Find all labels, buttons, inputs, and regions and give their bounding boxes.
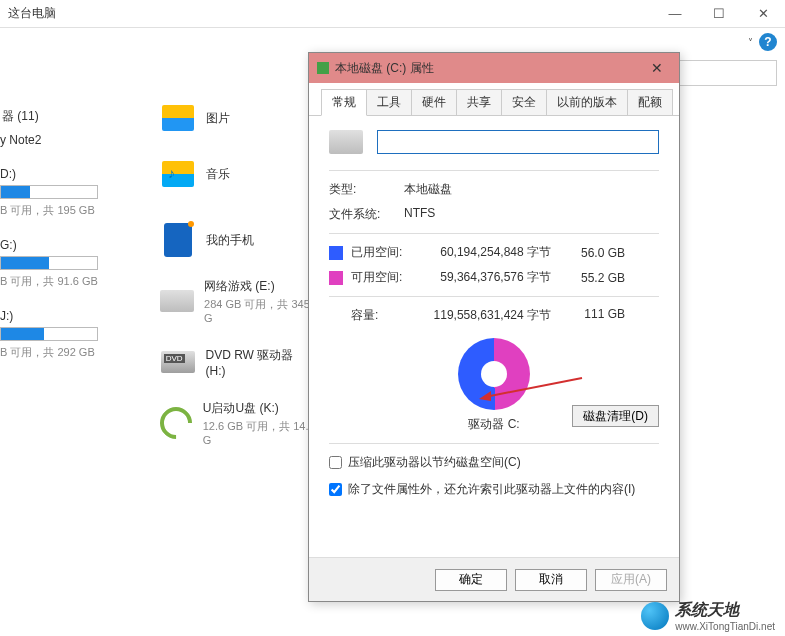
tab-general[interactable]: 常规	[321, 89, 367, 116]
watermark: 系统天地 www.XiTongTianDi.net	[641, 600, 775, 632]
tab-previous[interactable]: 以前的版本	[546, 89, 628, 115]
chevron-down-icon[interactable]: ˅	[748, 37, 753, 48]
tab-security[interactable]: 安全	[501, 89, 547, 115]
close-button[interactable]: ✕	[741, 0, 785, 28]
section-header: 器 (11)	[2, 108, 140, 125]
fs-label: 文件系统:	[329, 206, 404, 223]
watermark-icon	[641, 602, 669, 630]
music-icon	[162, 161, 194, 187]
free-swatch	[329, 271, 343, 285]
watermark-url: www.XiTongTianDi.net	[675, 621, 775, 632]
folder-music[interactable]: 音乐	[160, 156, 315, 192]
device-drive[interactable]: 网络游戏 (E:) 284 GB 可用，共 345 G	[160, 278, 315, 324]
dialog-footer: 确定 取消 应用(A)	[309, 557, 679, 601]
free-label: 可用空间:	[351, 269, 411, 286]
index-checkbox[interactable]	[329, 483, 342, 496]
folder-pictures[interactable]: 图片	[160, 100, 315, 136]
dvd-icon	[161, 351, 195, 373]
pictures-icon	[162, 105, 194, 131]
compress-checkbox-row[interactable]: 压缩此驱动器以节约磁盘空间(C)	[329, 454, 659, 471]
tab-strip: 常规 工具 硬件 共享 安全 以前的版本 配额	[309, 83, 679, 116]
cap-label: 容量:	[351, 307, 411, 324]
usage-bar	[0, 327, 98, 341]
maximize-button[interactable]: ☐	[697, 0, 741, 28]
drive-small-icon	[317, 62, 329, 74]
usage-bar	[0, 256, 98, 270]
drive-name-input[interactable]	[377, 130, 659, 154]
fs-value: NTFS	[404, 206, 435, 223]
tab-quota[interactable]: 配额	[627, 89, 673, 115]
free-gb: 55.2 GB	[565, 271, 625, 285]
dialog-close-button[interactable]: ✕	[635, 53, 679, 83]
tab-hardware[interactable]: 硬件	[411, 89, 457, 115]
type-value: 本地磁盘	[404, 181, 452, 198]
help-icon[interactable]: ?	[759, 33, 777, 51]
properties-dialog: 本地磁盘 (C:) 属性 ✕ 常规 工具 硬件 共享 安全 以前的版本 配额 类…	[308, 52, 680, 602]
tab-sharing[interactable]: 共享	[456, 89, 502, 115]
annotation-arrow	[477, 373, 587, 403]
drive-icon	[160, 290, 194, 312]
window-title: 这台电脑	[8, 5, 56, 22]
list-item[interactable]: y Note2	[0, 133, 140, 147]
type-label: 类型:	[329, 181, 404, 198]
svg-marker-1	[479, 391, 491, 401]
ok-button[interactable]: 确定	[435, 569, 507, 591]
list-item[interactable]: G:) B 可用，共 91.6 GB	[0, 238, 140, 289]
phone-icon	[164, 223, 192, 257]
used-gb: 56.0 GB	[565, 246, 625, 260]
minimize-button[interactable]: —	[653, 0, 697, 28]
apply-button[interactable]: 应用(A)	[595, 569, 667, 591]
used-swatch	[329, 246, 343, 260]
device-usb[interactable]: U启动U盘 (K:) 12.6 GB 可用，共 14.4 G	[160, 400, 315, 446]
used-bytes: 60,194,254,848 字节	[411, 244, 551, 261]
dialog-title: 本地磁盘 (C:) 属性	[335, 60, 434, 77]
device-phone[interactable]: 我的手机	[160, 222, 315, 258]
used-label: 已用空间:	[351, 244, 411, 261]
cap-bytes: 119,558,631,424 字节	[411, 307, 551, 324]
device-dvd[interactable]: DVD RW 驱动器 (H:)	[160, 344, 315, 380]
svg-line-0	[485, 378, 582, 397]
drive-caption: 驱动器 C:	[458, 416, 530, 433]
list-item[interactable]: D:) B 可用，共 195 GB	[0, 167, 140, 218]
tab-tools[interactable]: 工具	[366, 89, 412, 115]
list-item[interactable]: J:) B 可用，共 292 GB	[0, 309, 140, 360]
cap-gb: 111 GB	[565, 307, 625, 324]
usage-bar	[0, 185, 98, 199]
disk-cleanup-button[interactable]: 磁盘清理(D)	[572, 405, 659, 427]
main-titlebar: 这台电脑 — ☐ ✕	[0, 0, 785, 28]
dialog-titlebar[interactable]: 本地磁盘 (C:) 属性 ✕	[309, 53, 679, 83]
compress-checkbox[interactable]	[329, 456, 342, 469]
index-checkbox-row[interactable]: 除了文件属性外，还允许索引此驱动器上文件的内容(I)	[329, 481, 659, 498]
usb-icon	[154, 400, 199, 445]
free-bytes: 59,364,376,576 字节	[411, 269, 551, 286]
drive-large-icon	[329, 130, 363, 154]
cancel-button[interactable]: 取消	[515, 569, 587, 591]
watermark-name: 系统天地	[675, 601, 739, 618]
